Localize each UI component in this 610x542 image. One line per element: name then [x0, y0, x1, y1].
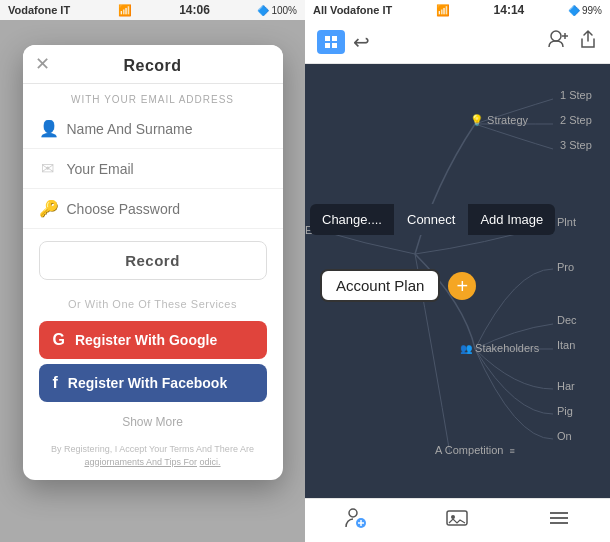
show-more-button[interactable]: Show More [23, 407, 283, 437]
time-right: 14:14 [494, 3, 525, 17]
footer-text: By Registering, I Accept Your Terms And … [51, 444, 254, 454]
plnt-node[interactable]: Plnt [557, 216, 576, 228]
account-plan-bubble: Account Plan + [320, 269, 476, 302]
grid-view-button[interactable] [317, 30, 345, 54]
step1-node[interactable]: 1 Step [560, 89, 592, 101]
svg-rect-0 [325, 36, 330, 41]
competition-menu-icon: ≡ [510, 446, 515, 456]
add-person-button[interactable] [548, 28, 570, 55]
svg-rect-2 [325, 43, 330, 48]
battery-left: 100% [271, 5, 297, 16]
pro-node[interactable]: Pro [557, 261, 574, 273]
password-input[interactable] [67, 201, 267, 217]
connect-menu-item[interactable]: Connect [395, 204, 468, 235]
pin-tab-button[interactable] [344, 506, 368, 536]
stakeholders-node[interactable]: 👥 Stakeholders [460, 342, 539, 354]
step2-node[interactable]: 2 Step [560, 114, 592, 126]
carrier-left: Vodafone IT [8, 4, 70, 16]
status-bar-left: Vodafone IT 📶 14:06 🔷 100% [0, 0, 305, 20]
footer-link2[interactable]: odici. [200, 457, 221, 467]
dec-node[interactable]: Dec [557, 314, 577, 326]
status-bar-right: All Vodafone IT 📶 14:14 🔷 99% [305, 0, 610, 20]
modal-subtitle: WITH YOUR EMAIL ADDRESS [23, 84, 283, 109]
stakeholders-icon: 👥 [460, 343, 472, 354]
har-node[interactable]: Har [557, 380, 575, 392]
facebook-button-label: Register With Facebook [68, 375, 227, 391]
image-tab-button[interactable] [445, 506, 469, 536]
strategy-node[interactable]: 💡 Strategy [470, 114, 528, 127]
email-input[interactable] [67, 161, 267, 177]
bluetooth-left: 🔷 [257, 5, 269, 16]
toolbar-left-icons: ↩ [317, 30, 370, 54]
email-icon: ✉ [39, 159, 57, 178]
time-left: 14:06 [179, 3, 210, 17]
modal-footer: By Registering, I Accept Your Terms And … [23, 437, 283, 480]
left-panel: Vodafone IT 📶 14:06 🔷 100% ✕ Record WITH… [0, 0, 305, 542]
change-menu-item[interactable]: Change.... [310, 204, 395, 235]
google-button-label: Register With Google [75, 332, 217, 348]
wifi-right: 📶 [436, 4, 450, 17]
wifi-left: 📶 [118, 4, 132, 17]
name-input[interactable] [67, 121, 267, 137]
account-plan-tag[interactable]: Account Plan [320, 269, 440, 302]
footer-link[interactable]: aggiornaments And Tips For [84, 457, 197, 467]
modal-backdrop: ✕ Record WITH YOUR EMAIL ADDRESS 👤 ✉ 🔑 [0, 20, 305, 542]
share-button[interactable] [578, 29, 598, 54]
svg-rect-1 [332, 36, 337, 41]
facebook-icon: f [53, 374, 58, 392]
modal-title: Record [123, 57, 181, 75]
toolbar-right: ↩ [305, 20, 610, 64]
close-button[interactable]: ✕ [35, 55, 50, 73]
svg-point-4 [551, 31, 561, 41]
modal-header: ✕ Record [23, 45, 283, 84]
record-modal: ✕ Record WITH YOUR EMAIL ADDRESS 👤 ✉ 🔑 [23, 45, 283, 480]
name-field-row: 👤 [23, 109, 283, 149]
undo-button[interactable]: ↩ [353, 30, 370, 54]
right-status-icons: 🔷 99% [568, 5, 602, 16]
record-button[interactable]: Record [39, 241, 267, 280]
menu-tab-button[interactable] [547, 506, 571, 536]
carrier-right: All Vodafone IT [313, 4, 392, 16]
google-register-button[interactable]: G Register With Google [39, 321, 267, 359]
svg-point-7 [349, 509, 357, 517]
pig-node[interactable]: Pig [557, 405, 573, 417]
add-image-menu-item[interactable]: Add Image [468, 204, 555, 235]
svg-rect-3 [332, 43, 337, 48]
person-icon: 👤 [39, 119, 57, 138]
bottom-tabbar [305, 498, 610, 542]
on-node[interactable]: On [557, 430, 572, 442]
right-panel: All Vodafone IT 📶 14:14 🔷 99% ↩ [305, 0, 610, 542]
account-plan-add-button[interactable]: + [448, 272, 476, 300]
itan-node[interactable]: Itan [557, 339, 575, 351]
password-field-row: 🔑 [23, 189, 283, 229]
icons-left: 🔷 100% [257, 5, 297, 16]
email-field-row: ✉ [23, 149, 283, 189]
google-icon: G [53, 331, 65, 349]
lock-icon: 🔑 [39, 199, 57, 218]
bluetooth-right: 🔷 [568, 5, 580, 16]
or-divider: Or With One Of These Services [23, 292, 283, 316]
facebook-register-button[interactable]: f Register With Facebook [39, 364, 267, 402]
step3-node[interactable]: 3 Step [560, 139, 592, 151]
competition-node[interactable]: A Competition ≡ [435, 444, 515, 456]
mindmap-area: 💡 Strategy 1 Step 2 Step 3 Step Edule Pl… [305, 64, 610, 498]
context-menu-bar: Change.... Connect Add Image [310, 204, 555, 235]
toolbar-right-icons [548, 28, 598, 55]
battery-right: 99% [582, 5, 602, 16]
